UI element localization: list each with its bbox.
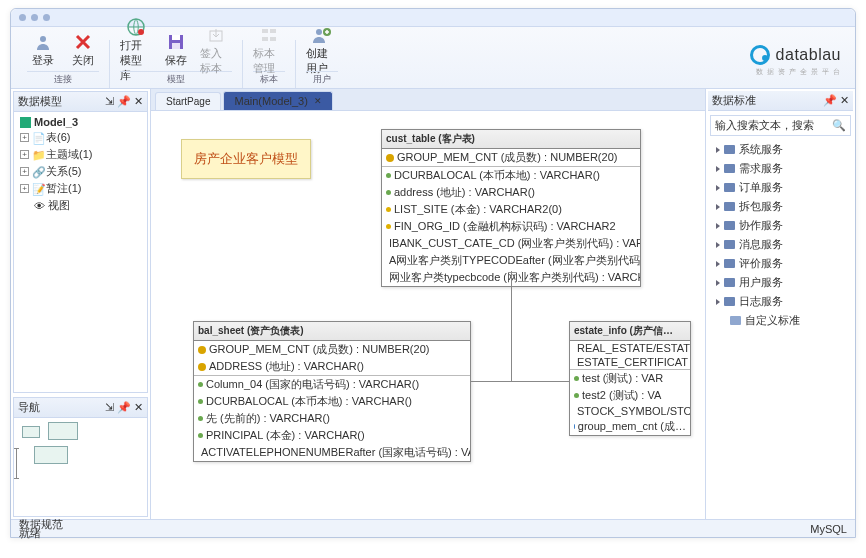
panel-close-icon[interactable]: ✕ bbox=[134, 401, 143, 414]
panel-close-icon[interactable]: ✕ bbox=[134, 95, 143, 108]
svg-rect-8 bbox=[270, 29, 276, 33]
key-icon bbox=[386, 154, 394, 162]
login-button[interactable]: 登录 bbox=[27, 32, 59, 68]
svg-rect-10 bbox=[270, 37, 276, 41]
editor-tabs: StartPage Main(Model_3)✕ bbox=[151, 89, 705, 111]
standard-item[interactable]: 订单服务 bbox=[706, 178, 855, 197]
svg-rect-5 bbox=[172, 43, 180, 49]
column-row: group_mem_cnt (成… bbox=[570, 418, 690, 435]
standard-item[interactable]: 日志服务 bbox=[706, 292, 855, 311]
svg-rect-7 bbox=[262, 29, 268, 33]
entity-estate-info[interactable]: estate_info (房产信… REAL_ESTATE/ESTAT ESTA… bbox=[569, 321, 691, 436]
tree-node[interactable]: +📄表(6) bbox=[16, 129, 145, 146]
create-user-button[interactable]: 创建用户 bbox=[306, 25, 338, 76]
standard-item[interactable]: 系统服务 bbox=[706, 140, 855, 159]
model-tree[interactable]: Model_3 +📄表(6) +📁主题域(1) +🔗关系(5) +📝暂注(1) … bbox=[14, 112, 147, 392]
brand-logo: datablau 数 据 资 产 全 景 平 台 bbox=[750, 45, 841, 65]
column-row: test2 (测试) : VA bbox=[570, 387, 690, 404]
group-label-connect: 连接 bbox=[27, 71, 99, 87]
column-row: LIST_SITE (本金) : VARCHAR2(0) bbox=[382, 201, 640, 218]
tree-node[interactable]: +🔗关系(5) bbox=[16, 163, 145, 180]
column-row: 先 (先前的) : VARCHAR() bbox=[194, 410, 470, 427]
column-row: DCURBALOCAL (本币本地) : VARCHAR() bbox=[382, 167, 640, 184]
data-standard-panel-header: 数据标准 📌✕ bbox=[708, 91, 853, 111]
nav-panel-header: 导航 ⇲📌✕ bbox=[14, 398, 147, 418]
tab-close-icon[interactable]: ✕ bbox=[314, 96, 322, 106]
entity-cust-table[interactable]: cust_table (客户表) GROUP_MEM_CNT (成员数) : N… bbox=[381, 129, 641, 287]
svg-rect-4 bbox=[172, 35, 180, 40]
panel-pin2-icon[interactable]: 📌 bbox=[823, 94, 837, 107]
panel-pin-icon[interactable]: ⇲ bbox=[105, 95, 114, 108]
column-row: FIN_ORG_ID (金融机构标识码) : VARCHAR2 bbox=[382, 218, 640, 235]
tree-node[interactable]: 👁视图 bbox=[16, 197, 145, 214]
column-row: STOCK_SYMBOL/STOC bbox=[570, 404, 690, 418]
tab-main-model[interactable]: Main(Model_3)✕ bbox=[223, 91, 332, 110]
close-button[interactable]: 关闭 bbox=[67, 32, 99, 68]
standard-item[interactable]: 协作服务 bbox=[706, 216, 855, 235]
svg-point-2 bbox=[138, 29, 144, 35]
column-row: Column_04 (国家的电话号码) : VARCHAR() bbox=[194, 376, 470, 393]
column-row: PRINCIPAL (本金) : VARCHAR() bbox=[194, 427, 470, 444]
ribbon: 登录 关闭 连接 打开模型库 保存 签入标本 模型 标本管理 标本 创建用户 bbox=[11, 27, 855, 89]
search-input[interactable]: 输入搜索文本，搜索 🔍 bbox=[710, 115, 851, 136]
standard-item[interactable]: 需求服务 bbox=[706, 159, 855, 178]
key-icon bbox=[198, 346, 206, 354]
svg-point-11 bbox=[316, 29, 322, 35]
column-row: IBANK_CUST_CATE_CD (网业客户类别代码) : VARCHAR2 bbox=[382, 235, 640, 252]
panel-pin-icon[interactable]: ⇲ bbox=[105, 401, 114, 414]
version-mgmt-button[interactable]: 标本管理 bbox=[253, 25, 285, 76]
column-row: test (测试) : VAR bbox=[570, 370, 690, 387]
standard-subitem[interactable]: 自定义标准 bbox=[706, 311, 855, 330]
nav-minimap[interactable] bbox=[14, 418, 147, 498]
svg-point-0 bbox=[40, 36, 46, 42]
panel-close-icon[interactable]: ✕ bbox=[840, 94, 849, 107]
column-row: address (地址) : VARCHAR() bbox=[382, 184, 640, 201]
entity-bal-sheet[interactable]: bal_sheet (资产负债表) GROUP_MEM_CNT (成员数) : … bbox=[193, 321, 471, 462]
status-bar: 数据规范就绪 MySQL bbox=[11, 519, 855, 537]
db-engine-label: MySQL bbox=[810, 523, 847, 535]
sticky-note[interactable]: 房产企业客户模型 bbox=[181, 139, 311, 179]
svg-rect-9 bbox=[262, 37, 268, 41]
column-row: A网业客户类别TYPECODEafter (网业客户类别代码) : VARCHA… bbox=[382, 252, 640, 269]
standard-item[interactable]: 评价服务 bbox=[706, 254, 855, 273]
checkin-button[interactable]: 签入标本 bbox=[200, 25, 232, 76]
diagram-canvas[interactable]: 房产企业客户模型 cust_table (客户表) GROUP_MEM_CNT … bbox=[151, 111, 705, 519]
data-model-panel-header: 数据模型 ⇲📌✕ bbox=[14, 92, 147, 112]
standard-item[interactable]: 消息服务 bbox=[706, 235, 855, 254]
tree-node[interactable]: +📁主题域(1) bbox=[16, 146, 145, 163]
group-label-user: 用户 bbox=[306, 71, 338, 87]
standard-item[interactable]: 拆包服务 bbox=[706, 197, 855, 216]
panel-pin2-icon[interactable]: 📌 bbox=[117, 95, 131, 108]
panel-pin2-icon[interactable]: 📌 bbox=[117, 401, 131, 414]
column-row: ACTIVATELEPHONENUMBERafter (国家电话号码) : VA… bbox=[194, 444, 470, 461]
search-icon[interactable]: 🔍 bbox=[832, 119, 846, 132]
standard-item[interactable]: 用户服务 bbox=[706, 273, 855, 292]
tree-node[interactable]: +📝暂注(1) bbox=[16, 180, 145, 197]
save-button[interactable]: 保存 bbox=[160, 32, 192, 68]
column-row: DCURBALOCAL (本币本地) : VARCHAR() bbox=[194, 393, 470, 410]
tab-startpage[interactable]: StartPage bbox=[155, 92, 221, 110]
key-icon bbox=[198, 363, 206, 371]
svg-rect-13 bbox=[20, 117, 31, 128]
